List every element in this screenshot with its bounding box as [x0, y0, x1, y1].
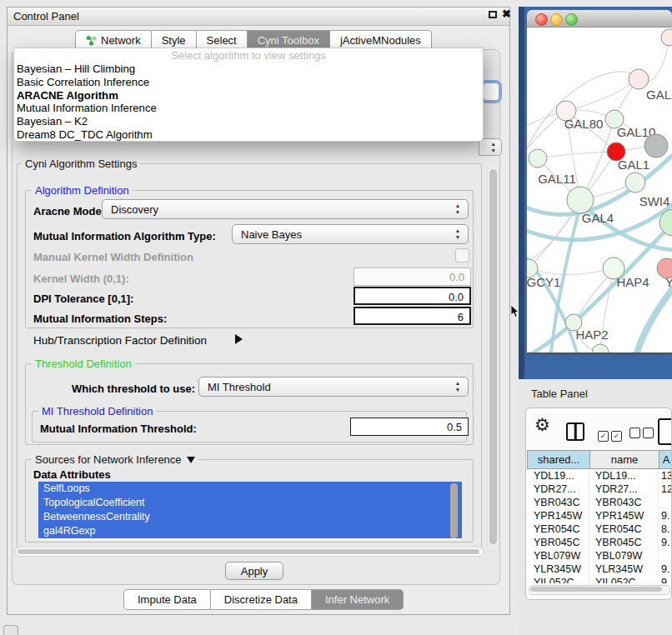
table-cell: YBR043C [527, 496, 589, 509]
table-cell: 9. [659, 509, 672, 522]
mi-threshold-definition-title: MI Threshold Definition [38, 405, 156, 418]
network-node[interactable] [661, 29, 672, 46]
tab-impute-data-label: Impute Data [138, 591, 197, 608]
which-threshold-value: MI Threshold [208, 381, 271, 393]
algorithm-dropdown-prompt: Select algorithm to view settings [14, 48, 483, 62]
tab-infer-network[interactable]: Infer Network [312, 589, 404, 610]
table-cell: YDL19... [589, 469, 659, 482]
network-node[interactable] [625, 172, 645, 192]
control-panel-title: Control Panel [13, 10, 79, 22]
scrollbar-thumb[interactable] [18, 549, 479, 554]
algorithm-option[interactable]: Dream8 DC_TDC Algorithm [14, 128, 483, 142]
kernel-width-field[interactable]: 0.0 [354, 268, 471, 286]
table-panel-body: ⚙ ✓✓ shared...nameA YDL19...YDL19...13YD… [525, 408, 672, 600]
table-options-gear-icon[interactable]: ⚙ [534, 415, 550, 435]
network-node[interactable] [644, 134, 668, 158]
expand-arrow-icon[interactable] [235, 334, 243, 344]
network-edge[interactable] [529, 268, 614, 275]
export-table-file-icon[interactable] [658, 418, 672, 445]
tab-discretize-data-label: Discretize Data [224, 591, 298, 608]
stepper-arrows-icon: ▲▼ [491, 141, 496, 154]
network-node[interactable] [592, 344, 609, 352]
tab-discretize-data[interactable]: Discretize Data [211, 589, 312, 610]
table-rows: YDL19...YDL19...13YDR27...YDR27...12YBR0… [527, 469, 672, 583]
network-node[interactable] [529, 149, 547, 168]
stepper-arrows-icon: ▲▼ [454, 228, 462, 241]
tab-jactivemnodules-label: jActiveMNodules [340, 32, 421, 49]
scrollbar-thumb[interactable] [489, 169, 497, 544]
table-cell: 8. [659, 522, 672, 536]
unchecked-checkbox-icon [629, 428, 640, 438]
select-all-columns-button[interactable]: ✓✓ [598, 427, 624, 442]
column-header[interactable]: A [659, 450, 672, 469]
algorithm-option[interactable]: ARACNE Algorithm [14, 89, 483, 102]
close-icon[interactable]: ✖ [502, 8, 511, 20]
data-attribute-item[interactable]: BetweennessCentrality [38, 510, 462, 524]
algorithm-option[interactable]: Basic Correlation Inference [14, 76, 483, 89]
attributes-list-scrollbar[interactable] [450, 483, 458, 538]
mi-steps-field[interactable]: 6 [354, 307, 471, 325]
table-cell [659, 549, 672, 562]
settings-horizontal-scrollbar[interactable] [15, 547, 484, 557]
network-edge[interactable] [635, 281, 672, 352]
network-window-titlebar[interactable] [527, 10, 672, 28]
network-edge[interactable] [538, 152, 616, 158]
cyni-algorithm-settings-title: Cyni Algorithm Settings [22, 158, 140, 170]
table-cell: YBR043C [589, 496, 659, 509]
tab-impute-data[interactable]: Impute Data [123, 589, 211, 610]
data-attribute-item[interactable]: SelfLoops [38, 482, 462, 496]
data-attribute-item[interactable]: gal4RGexp [38, 524, 462, 538]
which-threshold-select[interactable]: MI Threshold ▲▼ [198, 377, 469, 397]
table-row[interactable]: YDL19...YDL19...13 [527, 469, 672, 482]
table-row[interactable]: YBR045CYBR045C9. [527, 536, 672, 549]
algorithm-option[interactable]: Mutual Information Inference [14, 102, 483, 115]
table-cell [659, 496, 672, 509]
table-row[interactable]: YDR27...YDR27...12 [527, 482, 672, 496]
dpi-tolerance-field[interactable]: 0.0 [354, 287, 471, 305]
manual-kernel-checkbox[interactable] [455, 248, 469, 262]
table-header-row: shared...nameA [527, 450, 672, 469]
algorithm-option[interactable]: Bayesian – Hill Climbing [14, 62, 483, 76]
show-columns-icon[interactable] [566, 422, 584, 441]
apply-button[interactable]: Apply [225, 562, 283, 580]
table-horizontal-scrollbar[interactable] [529, 585, 670, 595]
settings-vertical-scrollbar[interactable] [487, 167, 498, 548]
network-edge[interactable] [566, 79, 639, 111]
data-attribute-item[interactable]: TopologicalCoefficient [38, 496, 462, 510]
unselect-all-columns-button[interactable] [629, 427, 656, 442]
algorithm-option[interactable]: Bayesian – K2 [14, 115, 483, 128]
network-node[interactable] [629, 69, 649, 89]
which-threshold-label: Which threshold to use: [72, 382, 195, 395]
sources-title[interactable]: Sources for Network Inference [32, 453, 198, 466]
table-row[interactable]: YPR145WYPR145W9. [527, 509, 672, 522]
scrollbar-thumb[interactable] [530, 587, 662, 592]
minimize-traffic-light-icon[interactable] [550, 13, 563, 26]
mi-threshold-field[interactable]: 0.5 [350, 418, 469, 436]
algorithm-dropdown-popup: Select algorithm to view settings Bayesi… [13, 48, 484, 142]
zoom-traffic-light-icon[interactable] [565, 13, 578, 26]
network-canvas[interactable]: GALGAL80GAL10GAL1GAL11SWI4GAL4GCY1HAP4YH… [527, 28, 672, 352]
threshold-definition-title: Threshold Definition [32, 358, 135, 370]
mi-type-select[interactable]: Naive Bayes ▲▼ [232, 224, 469, 244]
mi-type-value: Naive Bayes [241, 228, 302, 241]
close-traffic-light-icon[interactable] [535, 13, 548, 26]
table-row[interactable]: YLR345WYLR345W9. [527, 562, 672, 576]
collapse-arrow-icon [187, 457, 195, 463]
table-row[interactable]: YBR043CYBR043C [527, 496, 672, 509]
data-attributes-list[interactable]: SelfLoopsTopologicalCoefficientBetweenne… [38, 482, 462, 540]
aracne-mode-select[interactable]: Discovery ▲▼ [102, 199, 469, 219]
column-header[interactable]: shared... [528, 450, 590, 469]
stepper-arrows-icon: ▲▼ [454, 202, 462, 216]
table-row[interactable]: YIL052CYIL052C9. [527, 576, 672, 583]
table-cell: YER054C [527, 522, 589, 536]
table-row[interactable]: YBL079WYBL079W [527, 549, 672, 562]
column-header[interactable]: name [590, 450, 659, 469]
collapsed-panel-button[interactable] [3, 625, 18, 635]
tab-network-label: Network [101, 32, 141, 49]
network-node[interactable] [567, 187, 594, 213]
float-window-icon[interactable] [489, 11, 497, 18]
hub-section-label[interactable]: Hub/Transcription Factor Definition [33, 334, 207, 347]
network-node-label: Y [665, 275, 672, 289]
mi-type-label: Mutual Information Algorithm Type: [33, 230, 216, 242]
table-row[interactable]: YER054CYER054C8. [527, 522, 672, 536]
